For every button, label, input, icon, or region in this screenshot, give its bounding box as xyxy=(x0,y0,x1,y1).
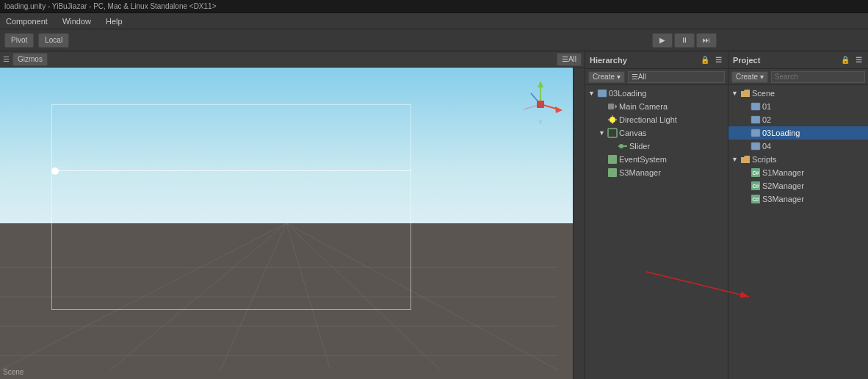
scene-toolbar: ☰ Gizmos ☰All xyxy=(0,51,585,68)
hierarchy-create-button[interactable]: Create ▾ xyxy=(588,71,625,83)
svg-text:Y: Y xyxy=(538,119,543,126)
icon-slider xyxy=(618,141,628,151)
svg-rect-34 xyxy=(751,142,760,150)
arrow-03loading: ▼ xyxy=(588,90,597,97)
label-canvas: Canvas xyxy=(619,129,646,137)
project-item-s3manager[interactable]: C# S3Manager xyxy=(728,192,868,206)
gizmo-widget: Y xyxy=(515,79,566,130)
icon-s2manager: C# xyxy=(751,181,761,191)
svg-rect-26 xyxy=(608,129,617,137)
icon-03loading xyxy=(597,88,607,98)
gizmo-svg: Y xyxy=(515,79,566,130)
project-create-button[interactable]: Create ▾ xyxy=(731,71,768,83)
label-03loading: 03Loading xyxy=(609,89,646,98)
hierarchy-search-input[interactable] xyxy=(628,71,725,83)
filter-button[interactable]: ☰All xyxy=(557,53,582,66)
svg-rect-18 xyxy=(598,90,607,97)
label-scene-folder: Scene xyxy=(752,89,775,98)
project-item-scene-folder[interactable]: ▼ Scene xyxy=(728,87,868,100)
project-item-01[interactable]: 01 xyxy=(728,100,868,113)
icon-s3manager xyxy=(607,167,618,178)
svg-rect-33 xyxy=(751,129,760,137)
arrow-scripts-folder: ▼ xyxy=(731,156,740,163)
play-controls: ▶ ⏸ ⏭ xyxy=(652,33,717,48)
project-toolbar: Create ▾ xyxy=(728,69,868,85)
scene-view: ☰ Gizmos ☰All xyxy=(0,51,585,379)
pivot-button[interactable]: Pivot xyxy=(4,33,34,48)
hierarchy-lock-icon[interactable]: 🔒 xyxy=(700,55,710,65)
icon-scene-folder xyxy=(740,89,751,98)
label-directional-light: Directional Light xyxy=(619,115,677,124)
project-content: ▼ Scene 01 xyxy=(728,85,868,379)
project-item-04[interactable]: 04 xyxy=(728,140,868,153)
arrow-scene-folder: ▼ xyxy=(731,90,740,97)
svg-text:C#: C# xyxy=(753,184,759,189)
local-button[interactable]: Local xyxy=(38,33,69,48)
scene-scrollbar[interactable] xyxy=(573,68,585,379)
svg-point-28 xyxy=(619,144,623,148)
pause-button[interactable]: ⏸ xyxy=(674,33,695,48)
slider-track xyxy=(51,170,411,171)
icon-s3manager-proj: C# xyxy=(751,194,761,204)
svg-marker-20 xyxy=(615,104,617,109)
project-panel: Project 🔒 ☰ Create ▾ ▼ Scene xyxy=(728,51,868,379)
icon-s1manager: C# xyxy=(751,167,761,178)
project-item-scripts-folder[interactable]: ▼ Scripts xyxy=(728,153,868,166)
svg-rect-31 xyxy=(751,103,760,110)
project-menu-icon[interactable]: ☰ xyxy=(853,55,864,65)
project-header: Project 🔒 ☰ xyxy=(728,51,868,69)
menu-window[interactable]: Window xyxy=(59,15,94,27)
icon-scripts-folder xyxy=(740,155,751,164)
project-item-03loading[interactable]: 03Loading xyxy=(728,126,868,140)
hierarchy-toolbar: Create ▾ xyxy=(585,69,728,85)
sky-background xyxy=(0,68,585,239)
hierarchy-panel: Hierarchy 🔒 ☰ Create ▾ ▼ 03Loading xyxy=(585,51,728,379)
hierarchy-item-main-camera[interactable]: Main Camera xyxy=(585,100,728,113)
label-s1manager: S1Manager xyxy=(762,168,804,177)
hierarchy-item-eventsystem[interactable]: EventSystem xyxy=(585,153,728,166)
hierarchy-item-directional-light[interactable]: Directional Light xyxy=(585,113,728,126)
svg-rect-29 xyxy=(608,155,617,164)
label-s3manager: S3Manager xyxy=(619,168,661,177)
slider-line xyxy=(51,170,411,171)
project-item-s1manager[interactable]: C# S1Manager xyxy=(728,166,868,179)
project-item-s2manager[interactable]: C# S2Manager xyxy=(728,179,868,192)
hierarchy-item-s3manager[interactable]: S3Manager xyxy=(585,166,728,179)
icon-02 xyxy=(751,115,761,125)
hierarchy-item-slider[interactable]: Slider xyxy=(585,140,728,153)
label-s2manager: S2Manager xyxy=(762,181,804,190)
hierarchy-header: Hierarchy 🔒 ☰ xyxy=(585,51,728,69)
hierarchy-menu-icon[interactable]: ☰ xyxy=(713,55,723,65)
project-item-02[interactable]: 02 xyxy=(728,113,868,126)
play-button[interactable]: ▶ xyxy=(652,33,673,48)
svg-text:C#: C# xyxy=(753,170,759,176)
icon-eventsystem xyxy=(607,154,618,165)
label-main-camera: Main Camera xyxy=(619,102,668,111)
hierarchy-content: ▼ 03Loading Main Camera xyxy=(585,85,728,379)
main-layout: ☰ Gizmos ☰All xyxy=(0,51,868,379)
svg-rect-19 xyxy=(608,104,614,109)
gizmos-button[interactable]: Gizmos xyxy=(12,53,48,66)
hierarchy-item-03loading[interactable]: ▼ 03Loading xyxy=(585,87,728,100)
svg-marker-11 xyxy=(538,81,543,87)
project-search-input[interactable] xyxy=(771,71,865,83)
step-button[interactable]: ⏭ xyxy=(696,33,717,48)
hierarchy-header-icons: 🔒 ☰ xyxy=(700,55,723,65)
arrow-canvas: ▼ xyxy=(598,129,607,137)
icon-canvas xyxy=(607,128,618,138)
label-eventsystem: EventSystem xyxy=(619,155,667,164)
project-header-icons: 🔒 ☰ xyxy=(840,55,864,65)
scene-label: Scene xyxy=(3,368,23,376)
scene-canvas[interactable]: Y Scene xyxy=(0,68,585,379)
menu-component[interactable]: Component xyxy=(3,15,51,27)
svg-text:C#: C# xyxy=(753,197,759,202)
svg-marker-13 xyxy=(555,107,563,113)
title-text: loading.unity - YiBuJiazar - PC, Mac & L… xyxy=(4,2,217,10)
svg-rect-32 xyxy=(751,116,760,123)
project-lock-icon[interactable]: 🔒 xyxy=(840,55,850,65)
hierarchy-item-canvas[interactable]: ▼ Canvas xyxy=(585,126,728,140)
menu-help[interactable]: Help xyxy=(103,15,126,27)
scene-toolbar-right: ☰All xyxy=(557,53,582,66)
svg-rect-30 xyxy=(608,168,617,177)
label-03loading-proj: 03Loading xyxy=(762,129,800,137)
